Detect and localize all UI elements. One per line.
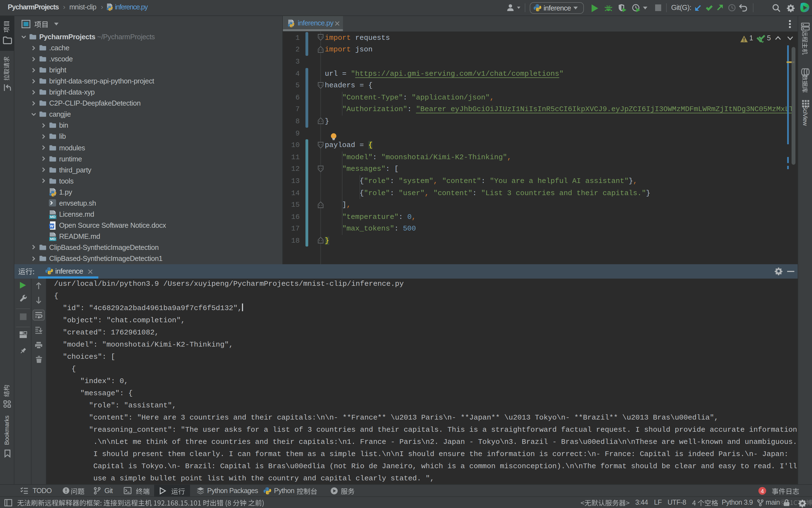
svg-text:W: W (49, 224, 53, 228)
svg-text:MD: MD (50, 215, 55, 219)
svg-text:MD: MD (50, 237, 55, 241)
